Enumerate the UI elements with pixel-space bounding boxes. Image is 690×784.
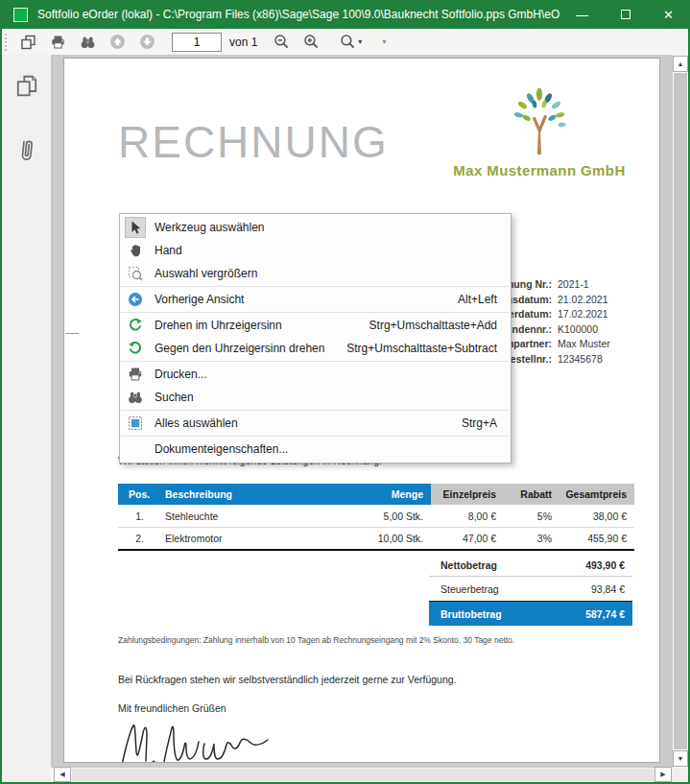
closing-line: Bei Rückfragen stehen wir selbstverständ…	[118, 674, 457, 685]
cell-einzelpreis: 47,00 €	[431, 533, 502, 544]
cell-pos: 2.	[118, 533, 157, 544]
horizontal-scrollbar[interactable]: ◀ ▶	[53, 768, 673, 782]
print-button[interactable]	[46, 31, 70, 54]
totals-block: Nettobetrag 493,90 € Steuerbetrag 93,84 …	[429, 555, 632, 626]
cursor-icon	[125, 217, 146, 238]
cell-menge: 5,00 Stk.	[335, 511, 431, 522]
app-icon	[13, 8, 28, 22]
zoom-selection-icon	[125, 263, 146, 284]
col-header-menge: Menge	[335, 488, 431, 500]
search-button[interactable]	[76, 31, 100, 54]
attachments-panel-button[interactable]	[10, 133, 44, 168]
previous-page-button[interactable]	[106, 31, 130, 54]
close-icon: ✕	[663, 8, 674, 22]
menu-separator	[121, 361, 510, 362]
zoom-out-icon	[274, 34, 290, 50]
menu-item-gegen-uhrzeigersinn[interactable]: Gegen den Uhrzeigersinn drehen Strg+Umsc…	[120, 337, 511, 360]
cell-einzelpreis: 8,00 €	[431, 511, 502, 522]
titlebar: Softfolio eOrder (lokal) - C:\Program Fi…	[0, 0, 690, 29]
select-all-icon	[125, 413, 146, 434]
hand-icon	[125, 240, 146, 261]
menu-separator	[121, 410, 510, 411]
cell-rabatt: 5%	[502, 511, 556, 522]
pages-panel-button[interactable]	[10, 68, 44, 103]
rotate-counterclockwise-icon	[125, 338, 146, 359]
meta-value: 17.02.2021	[552, 307, 608, 322]
scroll-up-button[interactable]: ▲	[673, 56, 688, 72]
total-value: 93,84 €	[591, 583, 632, 595]
zoom-in-button[interactable]	[299, 31, 323, 54]
toolbar-overflow-dropdown[interactable]: ▾	[376, 31, 390, 54]
col-header-pos: Pos.	[118, 488, 157, 500]
scroll-down-button[interactable]: ▼	[673, 750, 688, 767]
cell-pos: 1.	[118, 511, 157, 522]
vertical-scrollbar[interactable]: ▲ ▼	[673, 55, 688, 768]
triangle-up-icon: ▲	[678, 60, 684, 67]
menu-item-dokumenteigenschaften[interactable]: Dokumenteigenschaften...	[120, 438, 511, 461]
col-header-gesamtpreis: Gesamtpreis	[556, 488, 634, 500]
menu-item-drehen-uhrzeigersinn[interactable]: Drehen im Uhrzeigersinn Strg+Umschalttas…	[120, 314, 511, 337]
menu-separator	[121, 312, 510, 313]
zoom-tool-dropdown[interactable]: ▾	[336, 31, 366, 54]
page-number-input[interactable]	[172, 33, 222, 52]
total-gross-row: Bruttobetrag 587,74 €	[429, 601, 632, 626]
total-value: 587,74 €	[585, 608, 632, 620]
menu-item-vorherige-ansicht[interactable]: Vorherige Ansicht Alt+Left	[120, 288, 511, 311]
menu-item-auswahl-vergroessern[interactable]: Auswahl vergrößern	[120, 262, 511, 285]
company-name: Max Mustermann GmbH	[448, 162, 631, 178]
toolbar-grip[interactable]	[5, 34, 8, 51]
page-down-icon	[139, 34, 155, 50]
export-icon	[20, 35, 36, 50]
triangle-down-icon: ▼	[678, 755, 684, 762]
col-header-rabatt: Rabatt	[502, 488, 556, 500]
scroll-right-button[interactable]: ▶	[654, 767, 672, 782]
meta-value: 2021-1	[552, 277, 589, 293]
overflow-dropdown-icon: ▾	[382, 37, 386, 46]
tree-logo-icon	[510, 87, 569, 156]
search-icon	[80, 35, 96, 50]
cell-rabatt: 3%	[502, 533, 556, 544]
cell-gesamtpreis: 38,00 €	[556, 511, 634, 522]
handwritten-signature-icon	[118, 719, 281, 763]
page-count-label: von 1	[229, 36, 257, 49]
menu-item-drucken[interactable]: Drucken...	[120, 363, 511, 386]
meta-value: K100000	[552, 322, 598, 338]
paperclip-icon	[15, 135, 38, 166]
scroll-left-button[interactable]: ◀	[54, 767, 71, 782]
horizontal-scroll-thumb[interactable]	[72, 769, 654, 781]
menu-separator	[121, 286, 510, 287]
maximize-button[interactable]	[604, 0, 647, 29]
total-label: Nettobetrag	[429, 559, 585, 571]
export-button[interactable]	[16, 31, 40, 54]
menu-item-werkzeug-auswaehlen[interactable]: Werkzeug auswählen	[120, 216, 511, 239]
menu-item-alles-auswaehlen[interactable]: Alles auswählen Strg+A	[120, 412, 511, 435]
col-header-einzelpreis: Einzelpreis	[431, 488, 502, 500]
zoom-in-icon	[303, 34, 320, 50]
close-button[interactable]: ✕	[647, 0, 690, 29]
vertical-scroll-thumb[interactable]	[674, 73, 687, 749]
search-icon	[125, 387, 146, 408]
page-up-icon	[109, 34, 126, 50]
signature	[118, 719, 281, 763]
minimize-button[interactable]: —	[560, 0, 604, 29]
table-header-row: Pos. Beschreibung Menge Einzelpreis Raba…	[118, 484, 634, 505]
toolbar: von 1 ▾ ▾	[2, 29, 688, 55]
col-header-beschreibung: Beschreibung	[157, 488, 335, 500]
total-label: Bruttobetrag	[429, 608, 585, 620]
line-items-table: Pos. Beschreibung Menge Einzelpreis Raba…	[118, 484, 634, 551]
menu-item-hand[interactable]: Hand	[120, 239, 511, 262]
payment-terms: Zahlungsbedingungen: Zahlung innerhalb v…	[118, 635, 514, 645]
cell-gesamtpreis: 455,90 €	[556, 533, 634, 544]
minimize-icon: —	[576, 8, 588, 22]
meta-value: Max Muster	[552, 337, 610, 352]
total-net-row: Nettobetrag 493,90 €	[429, 555, 632, 577]
rotate-clockwise-icon	[125, 315, 146, 336]
total-value: 493,90 €	[585, 559, 632, 571]
zoom-out-button[interactable]	[270, 31, 294, 54]
meta-value: 21.02.2021	[552, 293, 608, 308]
previous-view-icon	[125, 289, 146, 310]
next-page-button[interactable]	[135, 31, 159, 54]
menu-item-suchen[interactable]: Suchen	[120, 386, 511, 409]
cell-menge: 10,00 Stk.	[335, 533, 431, 544]
scrollbar-corner	[673, 768, 688, 782]
